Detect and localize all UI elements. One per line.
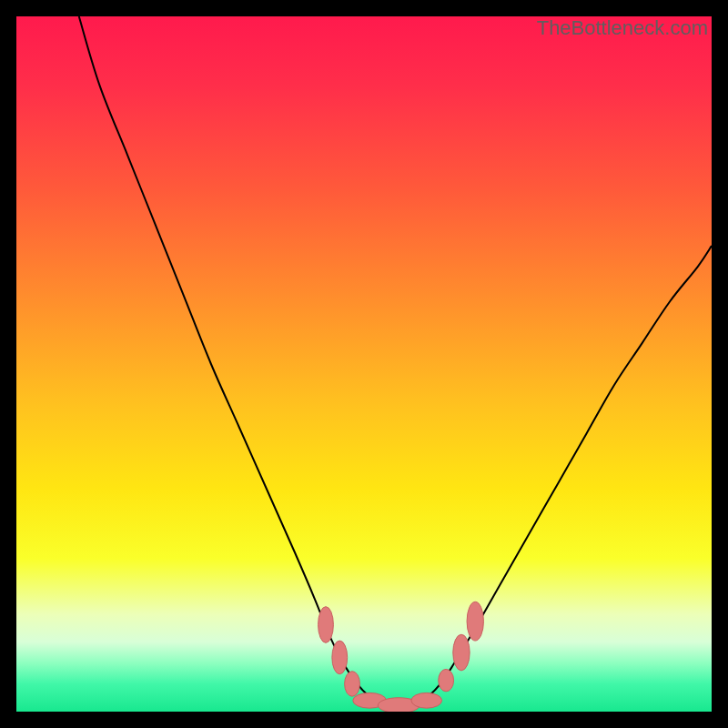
curve-marker: [318, 607, 334, 643]
curve-marker: [332, 641, 348, 674]
curve-marker: [345, 672, 360, 697]
plot-area: TheBottleneck.com: [16, 16, 712, 712]
watermark-text: TheBottleneck.com: [537, 16, 708, 40]
bottleneck-curve: [79, 16, 712, 705]
curve-marker: [411, 693, 442, 708]
curve-marker: [453, 634, 470, 671]
curve-layer: [16, 16, 712, 712]
chart-frame: TheBottleneck.com: [16, 16, 712, 712]
marker-group: [318, 602, 484, 712]
curve-marker: [467, 602, 483, 641]
curve-marker: [439, 669, 454, 691]
